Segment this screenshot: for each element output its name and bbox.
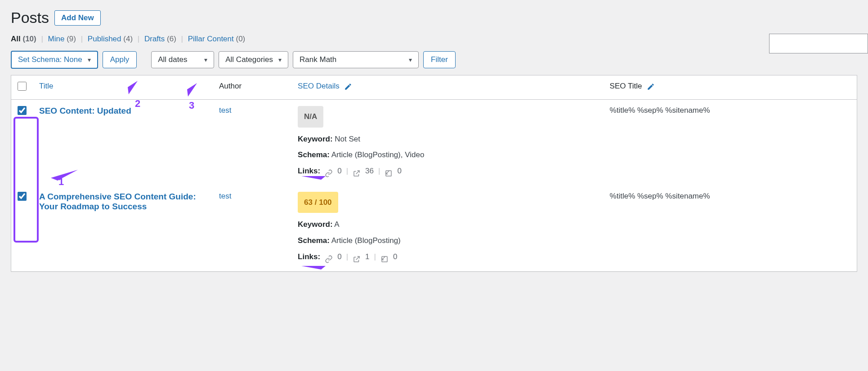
seo-title-text: %title% %sep% %sitename% bbox=[610, 106, 710, 115]
post-title-link[interactable]: SEO Content: Updated bbox=[39, 106, 131, 115]
bulk-action-select[interactable]: Set Schema: None ▾ bbox=[11, 51, 98, 69]
external-link-icon bbox=[353, 167, 361, 175]
dates-select[interactable]: All dates ▾ bbox=[151, 51, 214, 68]
author-link[interactable]: test bbox=[219, 192, 231, 200]
column-author: Author bbox=[213, 75, 291, 100]
filter-drafts[interactable]: Drafts (6) bbox=[144, 35, 179, 43]
incoming-link-icon bbox=[385, 167, 393, 175]
links-line: Links: 0 | 1 | 0 bbox=[298, 249, 597, 265]
column-seo-title[interactable]: SEO Title bbox=[604, 75, 857, 100]
table-row: SEO Content: Updated test N/A Keyword: N… bbox=[11, 100, 857, 186]
author-link[interactable]: test bbox=[219, 106, 231, 115]
post-status-filters: All (10) | Mine (9) | Published (4) | Dr… bbox=[11, 35, 857, 44]
chevron-down-icon: ▾ bbox=[88, 56, 91, 63]
add-new-button[interactable]: Add New bbox=[54, 10, 101, 26]
schema-line: Schema: Article (BlogPosting) bbox=[298, 233, 597, 249]
link-icon bbox=[325, 167, 333, 175]
seo-score-badge: 63 / 100 bbox=[298, 192, 338, 213]
pencil-icon bbox=[647, 83, 655, 91]
filter-pillar[interactable]: Pillar Content (0) bbox=[188, 35, 246, 43]
chevron-down-icon: ▾ bbox=[278, 56, 282, 63]
filter-published[interactable]: Published (4) bbox=[88, 35, 135, 43]
schema-line: Schema: Article (BlogPosting), Video bbox=[298, 147, 597, 163]
filter-mine[interactable]: Mine (9) bbox=[48, 35, 78, 43]
post-title-link[interactable]: A Comprehensive SEO Content Guide: Your … bbox=[39, 192, 196, 211]
table-row: A Comprehensive SEO Content Guide: Your … bbox=[11, 186, 857, 271]
page-title: Posts bbox=[11, 9, 49, 26]
link-icon bbox=[325, 253, 333, 261]
links-line: Links: 0 | 36 | 0 bbox=[298, 163, 597, 179]
chevron-down-icon: ▾ bbox=[409, 56, 412, 63]
filter-all[interactable]: All (10) bbox=[11, 35, 38, 43]
external-link-icon bbox=[353, 253, 361, 261]
incoming-link-icon bbox=[380, 253, 389, 261]
keyword-line: Keyword: A bbox=[298, 216, 597, 233]
row-checkbox[interactable] bbox=[18, 192, 27, 201]
seo-title-text: %title% %sep% %sitename% bbox=[610, 192, 710, 200]
apply-button[interactable]: Apply bbox=[103, 51, 137, 68]
categories-select[interactable]: All Categories ▾ bbox=[219, 51, 288, 68]
row-checkbox[interactable] bbox=[18, 106, 27, 115]
search-input[interactable] bbox=[769, 34, 868, 53]
keyword-line: Keyword: Not Set bbox=[298, 131, 597, 147]
select-all-checkbox[interactable] bbox=[18, 82, 27, 91]
rank-math-select[interactable]: Rank Math ▾ bbox=[293, 51, 419, 68]
filter-button[interactable]: Filter bbox=[423, 51, 456, 68]
chevron-down-icon: ▾ bbox=[204, 56, 207, 63]
seo-score-badge: N/A bbox=[298, 106, 323, 128]
column-title[interactable]: Title bbox=[33, 75, 213, 100]
pencil-icon bbox=[344, 83, 352, 91]
posts-table: Title Author SEO Details SEO Title SEO C bbox=[11, 75, 857, 272]
column-seo-details[interactable]: SEO Details bbox=[291, 75, 604, 100]
